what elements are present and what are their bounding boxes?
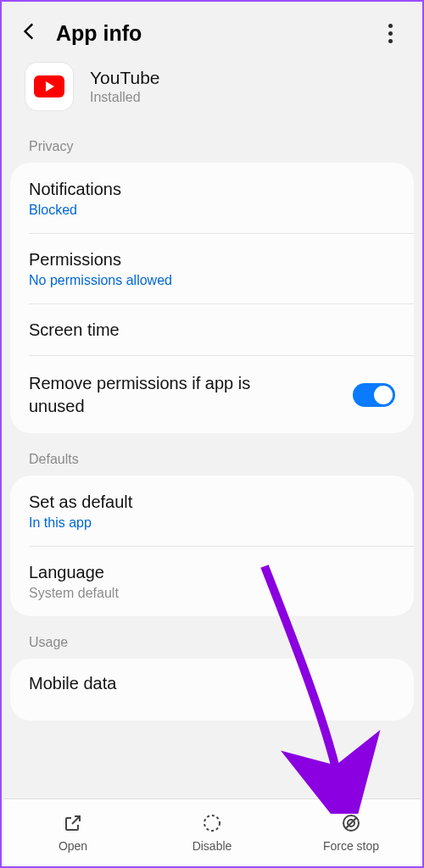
- section-defaults-label: Defaults: [2, 448, 422, 476]
- section-privacy-label: Privacy: [2, 136, 422, 163]
- app-install-status: Installed: [90, 90, 160, 105]
- row-subtitle: No permissions allowed: [29, 273, 395, 288]
- row-title: Permissions: [29, 250, 395, 270]
- section-usage-label: Usage: [2, 632, 422, 659]
- page-title: App info: [56, 21, 380, 46]
- row-language[interactable]: Language System default: [10, 546, 414, 616]
- more-options-icon[interactable]: [380, 20, 405, 46]
- row-notifications[interactable]: Notifications Blocked: [10, 163, 414, 233]
- row-permissions[interactable]: Permissions No permissions allowed: [10, 233, 414, 303]
- row-set-default[interactable]: Set as default In this app: [10, 476, 414, 546]
- remove-permissions-toggle[interactable]: [353, 383, 395, 407]
- row-title: Remove permissions if app is unused: [29, 372, 283, 418]
- force-stop-button[interactable]: Force stop: [282, 799, 421, 865]
- open-icon: [63, 812, 83, 834]
- force-stop-label: Force stop: [323, 839, 379, 853]
- row-remove-permissions[interactable]: Remove permissions if app is unused: [10, 355, 414, 433]
- usage-card: Mobile data: [10, 659, 414, 721]
- row-subtitle: Blocked: [29, 203, 395, 218]
- row-title: Notifications: [29, 180, 395, 199]
- open-label: Open: [59, 839, 87, 853]
- row-screen-time[interactable]: Screen time: [10, 303, 414, 355]
- privacy-card: Notifications Blocked Permissions No per…: [10, 163, 414, 433]
- row-subtitle: In this app: [29, 515, 395, 531]
- youtube-icon: [25, 63, 73, 110]
- row-mobile-data[interactable]: Mobile data: [10, 659, 414, 721]
- disable-button[interactable]: Disable: [142, 799, 282, 865]
- disable-label: Disable: [192, 839, 232, 853]
- row-title: Mobile data: [29, 674, 395, 693]
- row-title: Set as default: [29, 492, 395, 512]
- force-stop-icon: [341, 812, 361, 834]
- open-button[interactable]: Open: [3, 799, 142, 865]
- app-name: YouTube: [90, 68, 160, 88]
- row-subtitle: System default: [29, 586, 395, 601]
- defaults-card: Set as default In this app Language Syst…: [10, 476, 414, 616]
- row-title: Language: [29, 563, 395, 582]
- row-title: Screen time: [29, 320, 395, 340]
- disable-icon: [202, 812, 222, 834]
- svg-point-0: [204, 815, 220, 831]
- bottom-action-bar: Open Disable Force stop: [3, 798, 421, 865]
- back-icon[interactable]: [19, 20, 41, 46]
- app-identity: YouTube Installed: [2, 58, 422, 136]
